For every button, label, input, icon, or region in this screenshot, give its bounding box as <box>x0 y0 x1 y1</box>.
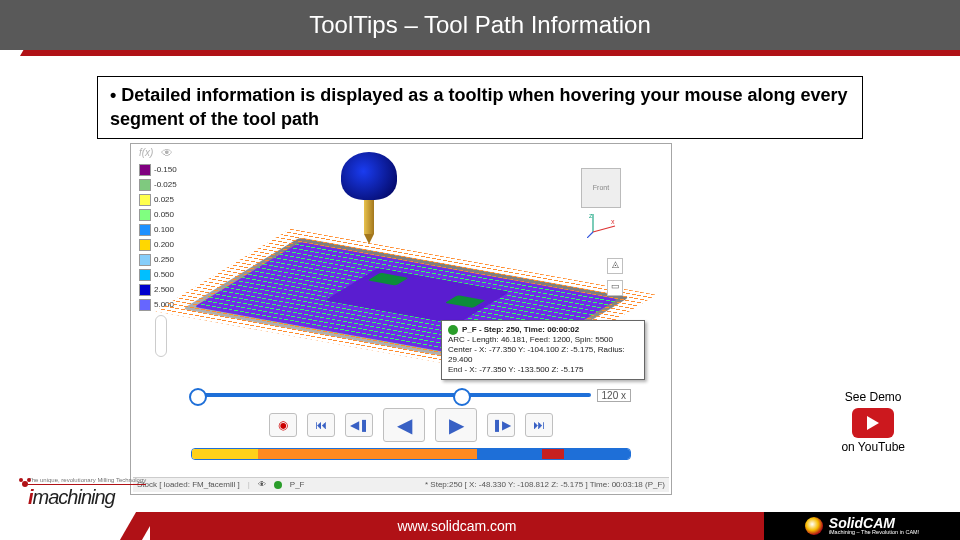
sim-top-icons: f(x) 👁 <box>139 146 173 160</box>
svg-text:x: x <box>611 218 615 225</box>
operation-icon <box>448 325 458 335</box>
rewind-start-button[interactable]: ⏮ <box>307 413 335 437</box>
cutting-tool <box>341 152 397 242</box>
solidcam-icon <box>805 517 823 535</box>
viewport-tool-icon[interactable]: ▭ <box>607 280 623 296</box>
svg-text:z: z <box>589 212 593 219</box>
page-title: ToolTips – Tool Path Information <box>309 11 651 39</box>
legend-row: 0.050 <box>139 209 181 221</box>
tooltip-line: ARC - Length: 46.181, Feed: 1200, Spin: … <box>448 335 638 345</box>
svg-line-1 <box>593 226 615 232</box>
bullet-box: Detailed information is displayed as a t… <box>97 76 863 139</box>
viewport-tools: ◬ ▭ <box>607 258 623 296</box>
status-stock: Stock [ loaded: FM_facemill ] <box>137 480 240 489</box>
demo-bottom-label: on YouTube <box>841 440 905 456</box>
fx-label: f(x) <box>139 147 153 158</box>
imachining-logo: The unique, revolutionary Milling Techno… <box>28 477 146 507</box>
demo-link[interactable]: See Demo on YouTube <box>841 390 905 455</box>
color-legend: -0.150 -0.025 0.025 0.050 0.100 0.200 0.… <box>139 164 181 357</box>
play-back-button[interactable]: ◀ <box>383 408 425 442</box>
legend-row: 0.100 <box>139 224 181 236</box>
step-forward-button[interactable]: ❚▶ <box>487 413 515 437</box>
legend-row: 0.250 <box>139 254 181 266</box>
axis-icon: x z <box>587 212 617 238</box>
brand-tagline: iMachining – The Revolution in CAM! <box>829 530 919 536</box>
speed-slider[interactable]: 120 x <box>191 389 631 402</box>
status-eye-icon[interactable]: 👁 <box>258 480 266 489</box>
speed-value: 120 x <box>597 389 631 402</box>
timeline[interactable] <box>191 448 631 460</box>
youtube-icon[interactable] <box>852 408 894 438</box>
view-cube[interactable]: Front <box>581 168 621 208</box>
visibility-icon[interactable]: 👁 <box>161 146 173 160</box>
svg-line-2 <box>587 232 593 238</box>
viewport-tool-icon[interactable]: ◬ <box>607 258 623 274</box>
legend-row: -0.025 <box>139 179 181 191</box>
bullet-text: Detailed information is displayed as a t… <box>110 83 850 132</box>
status-op-icon <box>274 481 282 489</box>
forward-end-button[interactable]: ⏭ <box>525 413 553 437</box>
solidcam-logo: SolidCAM iMachining – The Revolution in … <box>764 512 960 540</box>
status-bar: Stock [ loaded: FM_facemill ] | 👁 P_F * … <box>133 477 669 492</box>
status-op: P_F <box>290 480 305 489</box>
brand-name: SolidCAM <box>829 516 919 531</box>
step-back-button[interactable]: ◀❚ <box>345 413 373 437</box>
tooltip-line: End - X: -77.350 Y: -133.500 Z: -5.175 <box>448 365 638 375</box>
footer: www.solidcam.com SolidCAM iMachining – T… <box>0 512 960 540</box>
footer-url[interactable]: www.solidcam.com <box>397 518 516 534</box>
legend-row: -0.150 <box>139 164 181 176</box>
imachining-tagline: The unique, revolutionary Milling Techno… <box>28 477 146 485</box>
viewport[interactable]: Front x z ◬ ▭ <box>191 158 631 428</box>
title-bar: ToolTips – Tool Path Information <box>0 0 960 50</box>
content-area: Detailed information is displayed as a t… <box>0 56 960 495</box>
play-button[interactable]: ▶ <box>435 408 477 442</box>
legend-gradient <box>155 315 167 357</box>
legend-row: 2.500 <box>139 284 181 296</box>
legend-row: 0.500 <box>139 269 181 281</box>
legend-row: 0.200 <box>139 239 181 251</box>
simulator-window: f(x) 👁 -0.150 -0.025 0.025 0.050 0.100 0… <box>130 143 672 495</box>
toolpath-tooltip: P_F - Step: 250, Time: 00:00:02 ARC - Le… <box>441 320 645 380</box>
playback-controls: 120 x ◉ ⏮ ◀❚ ◀ ▶ ❚▶ ⏭ <box>191 389 631 460</box>
record-button[interactable]: ◉ <box>269 413 297 437</box>
legend-row: 0.025 <box>139 194 181 206</box>
tooltip-line: Center - X: -77.350 Y: -104.100 Z: -5.17… <box>448 345 638 365</box>
demo-top-label: See Demo <box>841 390 905 406</box>
status-step: * Step:250 [ X: -48.330 Y: -108.812 Z: -… <box>425 480 665 489</box>
